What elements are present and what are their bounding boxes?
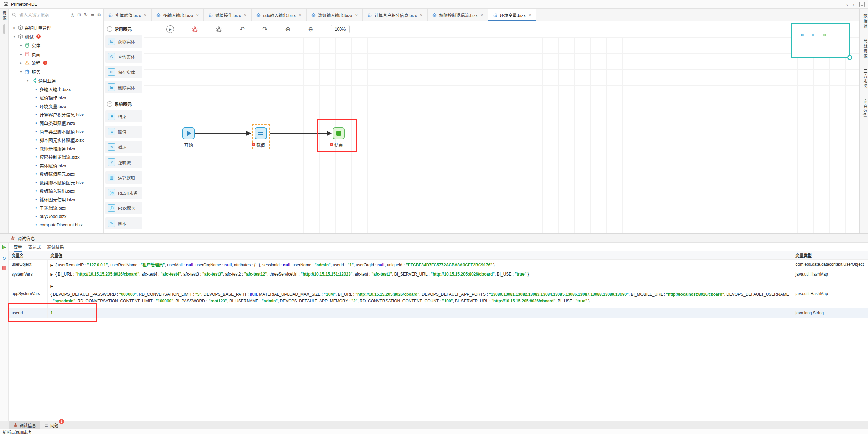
right-panel-tab[interactable]: 命名Sql xyxy=(860,94,868,123)
explorer-tool-icon[interactable]: ◎ xyxy=(71,12,74,18)
expand-icon[interactable]: ▶ xyxy=(51,263,53,267)
tree-file[interactable]: 数组输入输出.bizx xyxy=(9,187,103,195)
tree-file[interactable]: 教师新增服务.bizx xyxy=(9,144,103,153)
palette-item[interactable]: ✳ 逻辑流 xyxy=(105,156,142,168)
tree-node-entity[interactable]: ▸ 实体 xyxy=(9,41,103,50)
tree-file[interactable]: 简单类型赋值.bizx xyxy=(9,119,103,127)
tree-file[interactable]: 子逻辑流.bizx xyxy=(9,204,103,212)
close-icon[interactable]: × xyxy=(196,13,199,18)
zoom-level-indicator[interactable]: 100% xyxy=(331,25,350,33)
palette-item[interactable]: ✎ 脚本 xyxy=(105,217,142,229)
explorer-tool-icon[interactable]: ⊞ xyxy=(77,12,81,18)
editor-tab[interactable]: 权限控制逻辑流.bizx × xyxy=(428,9,488,21)
chevron-right-icon[interactable]: ▸ xyxy=(12,26,16,30)
palette-item[interactable]: ⊙ 查询实体 xyxy=(105,51,142,63)
chevron-right-icon[interactable]: ▸ xyxy=(19,52,23,56)
breakpoint-icon[interactable] xyxy=(252,143,255,146)
tree-file[interactable]: 权限控制逻辑流.bizx xyxy=(9,153,103,161)
close-icon[interactable]: × xyxy=(420,13,423,18)
tree-node-purchase[interactable]: ▸ 采购订单管理 xyxy=(9,23,103,32)
table-row[interactable]: systemVars ▶{ BI_URL : "http://10.15.15.… xyxy=(9,269,868,279)
palette-section-header[interactable]: − 系统图元 xyxy=(104,96,144,110)
flow-canvas[interactable]: 开始 赋值 结束 xyxy=(144,37,859,233)
palette-item[interactable]: Ⓡ REST服务 xyxy=(105,187,142,199)
tree-node-process[interactable]: ▸ 流程 ! xyxy=(9,58,103,67)
tree-node-common-business[interactable]: ▾ 通用业务 xyxy=(9,76,103,85)
right-panel-tab[interactable]: 三方服务 xyxy=(860,64,868,94)
stop-button[interactable] xyxy=(2,266,6,270)
tree-node-test[interactable]: ▾ 测试 ! xyxy=(9,32,103,41)
strip-scroll-thumb[interactable] xyxy=(3,24,5,34)
search-input[interactable] xyxy=(19,12,68,18)
right-panel-tab[interactable]: 数据源 xyxy=(860,9,868,34)
nav-forward-icon[interactable]: › xyxy=(853,2,854,7)
tree-file[interactable]: 循环图元使用.bizx xyxy=(9,195,103,204)
resources-strip-tab[interactable]: 资源 xyxy=(1,11,7,21)
tree-file[interactable]: 环境变量.bizx xyxy=(9,102,103,110)
tree-node-service[interactable]: ▾ 服务 xyxy=(9,67,103,76)
tab-debug-results[interactable]: 调试结果 xyxy=(47,244,64,250)
editor-tab[interactable]: 数组输入输出.bizx × xyxy=(307,9,363,21)
zoom-in-button[interactable]: ⊕ xyxy=(285,26,290,32)
zoom-out-button[interactable]: ⊖ xyxy=(308,26,313,32)
refresh-button[interactable]: ↻ xyxy=(2,256,6,261)
breakpoint-icon[interactable] xyxy=(330,143,333,146)
tree-file[interactable]: 脚本图元实体赋值.bizx xyxy=(9,136,103,144)
collapse-section-icon[interactable]: − xyxy=(107,101,112,107)
table-row[interactable]: userId 1 java.lang.String xyxy=(9,308,868,318)
run-button[interactable]: ▶ xyxy=(166,25,174,33)
minimap-resize-handle[interactable] xyxy=(847,55,852,60)
bottom-tab-debug-info[interactable]: 调试信息 xyxy=(9,421,40,429)
palette-item[interactable]: ↻ 循环 xyxy=(105,141,142,153)
collapse-section-icon[interactable]: − xyxy=(107,26,112,32)
chevron-right-icon[interactable]: ▸ xyxy=(19,61,23,65)
close-icon[interactable]: × xyxy=(144,13,147,18)
minimize-panel-button[interactable]: — xyxy=(853,235,858,241)
resume-button[interactable]: ▶ xyxy=(2,245,6,249)
tab-expressions[interactable]: 表达式 xyxy=(28,244,41,250)
chevron-right-icon[interactable]: ▸ xyxy=(19,43,23,47)
editor-tab[interactable]: sdo输入输出.bizx × xyxy=(252,9,306,21)
tree-node-page[interactable]: ▸ 页面 xyxy=(9,50,103,58)
nav-back-icon[interactable]: ‹ xyxy=(846,2,848,7)
col-variable-name[interactable]: 变量名 xyxy=(9,251,47,260)
tree-file[interactable]: 计算客户积分信息.bizx xyxy=(9,110,103,119)
assign-node[interactable] xyxy=(255,127,267,139)
tree-file[interactable]: computeDiscount.bizx xyxy=(9,221,103,229)
editor-tab[interactable]: 计算客户积分信息.bizx × xyxy=(363,9,428,21)
start-node[interactable] xyxy=(182,127,195,139)
tree-file[interactable]: 数组赋值图元.bizx xyxy=(9,170,103,178)
tree-file[interactable]: 简单类型脚本赋值.bizx xyxy=(9,127,103,136)
palette-item[interactable]: ≡ 赋值 xyxy=(105,126,142,138)
deploy-button[interactable] xyxy=(216,26,222,33)
palette-item[interactable]: ⊞ 保存实体 xyxy=(105,66,142,78)
bottom-tab-problems[interactable]: ≣ 问题 1 xyxy=(40,421,63,429)
end-node[interactable] xyxy=(333,127,345,139)
table-row[interactable]: appSystemVars ▶ { DEVOPS_DEFAULT_PASSWOR… xyxy=(9,279,868,308)
editor-tab[interactable]: 环境变量.bizx × xyxy=(488,9,536,21)
editor-tab[interactable]: 赋值操作.bizx × xyxy=(204,9,252,21)
palette-item[interactable]: Ⓔ EOS服务 xyxy=(105,202,142,214)
palette-item[interactable]: ⊡ 获取实体 xyxy=(105,35,142,48)
close-icon[interactable]: × xyxy=(355,13,358,18)
close-icon[interactable]: × xyxy=(244,13,247,18)
palette-section-header[interactable]: − 常用图元 xyxy=(104,21,144,35)
tab-variables[interactable]: 变量 xyxy=(14,244,22,250)
explorer-tool-icon[interactable]: ↻ xyxy=(84,12,88,18)
close-icon[interactable]: × xyxy=(481,13,484,18)
minimap[interactable] xyxy=(791,23,850,58)
expand-icon[interactable]: ▶ xyxy=(51,272,53,276)
table-row[interactable]: userObject ▶{ userRemoteIP : "127.0.0.1"… xyxy=(9,260,868,269)
chevron-down-icon[interactable]: ▾ xyxy=(19,70,23,74)
expand-icon[interactable]: ▶ xyxy=(51,284,53,288)
close-icon[interactable]: × xyxy=(299,13,301,18)
col-variable-type[interactable]: 变量类型 xyxy=(793,251,868,260)
undo-button[interactable]: ↶ xyxy=(240,26,245,32)
palette-item[interactable]: ■ 结束 xyxy=(105,110,142,122)
editor-tab[interactable]: 实体赋值.bizx × xyxy=(104,9,152,21)
chevron-down-icon[interactable]: ▾ xyxy=(12,35,16,38)
right-panel-tab[interactable]: 离线资源 xyxy=(860,34,868,64)
palette-item[interactable]: ▥ 运算逻辑 xyxy=(105,171,142,184)
palette-item[interactable]: ⊟ 删除实体 xyxy=(105,81,142,93)
tree-file[interactable]: 多输入输出.bizx xyxy=(9,85,103,93)
